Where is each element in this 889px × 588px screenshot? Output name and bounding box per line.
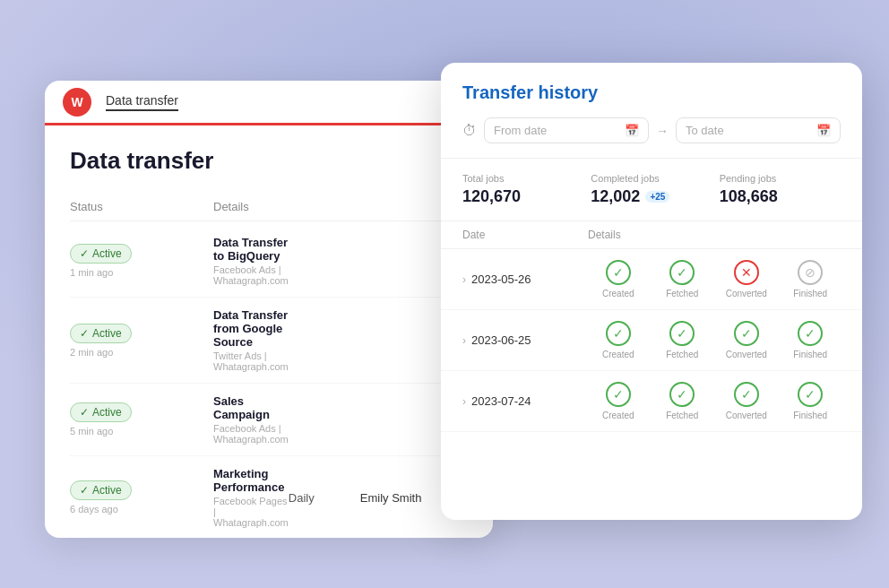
check-icon: ✓ bbox=[80, 406, 89, 419]
status-col: ✓ Active 1 min ago bbox=[70, 244, 213, 278]
total-jobs-stat: Total jobs 120,670 bbox=[462, 173, 583, 206]
table-row: ✓ Active 2 min ago Data Transfer from Go… bbox=[70, 298, 468, 384]
converted-status: ✓ Converted bbox=[716, 321, 777, 359]
converted-label: Converted bbox=[726, 350, 767, 359]
created-label: Created bbox=[602, 350, 634, 359]
finished-status: ✓ Finished bbox=[781, 382, 842, 420]
to-date-placeholder: To date bbox=[686, 124, 724, 137]
history-date-col: › 2023-07-24 bbox=[462, 394, 588, 408]
history-header: Transfer history ⏱ From date 📅 → To date… bbox=[441, 63, 862, 159]
status-badge: ✓ Active bbox=[70, 402, 132, 422]
fetched-status: ✓ Fetched bbox=[652, 382, 713, 420]
status-col: ✓ Active 2 min ago bbox=[70, 324, 213, 358]
created-icon: ✓ bbox=[606, 382, 631, 407]
detail-col: Sales Campaign Facebook Ads | Whatagraph… bbox=[213, 394, 289, 445]
finished-status: ✓ Finished bbox=[781, 321, 842, 359]
history-row: › 2023-06-25 ✓ Created ✓ Fetched ✓ Conve… bbox=[441, 310, 862, 371]
detail-col: Marketing Performance Facebook Pages | W… bbox=[213, 467, 289, 528]
status-icons-row: ✓ Created ✓ Fetched ✓ Converted ✓ Finish… bbox=[588, 382, 841, 420]
finished-status: ⊘ Finished bbox=[781, 260, 842, 298]
status-badge: ✓ Active bbox=[70, 480, 132, 500]
col-header-status: Status bbox=[70, 200, 213, 213]
status-time: 6 days ago bbox=[70, 504, 118, 514]
total-jobs-label: Total jobs bbox=[462, 173, 583, 184]
fetched-status: ✓ Fetched bbox=[652, 260, 713, 298]
pending-jobs-value-row: 108,668 bbox=[720, 187, 841, 206]
fetched-label: Fetched bbox=[666, 289, 698, 298]
main-panel: W Data transfer Data transfer Status Det… bbox=[45, 81, 493, 538]
finished-icon: ⊘ bbox=[798, 260, 823, 285]
created-status: ✓ Created bbox=[588, 382, 649, 420]
fetched-status: ✓ Fetched bbox=[652, 321, 713, 359]
completed-jobs-label: Completed jobs bbox=[591, 173, 712, 184]
calendar-icon: 📅 bbox=[816, 124, 831, 137]
status-time: 2 min ago bbox=[70, 347, 113, 358]
detail-title: Sales Campaign bbox=[213, 394, 289, 421]
stats-row: Total jobs 120,670 Completed jobs 12,002… bbox=[441, 159, 862, 221]
created-label: Created bbox=[602, 411, 634, 420]
detail-col: Data Transfer to BigQuery Facebook Ads |… bbox=[213, 236, 289, 286]
from-date-placeholder: From date bbox=[494, 124, 547, 137]
detail-col: Data Transfer from Google Source Twitter… bbox=[213, 308, 289, 372]
status-col: ✓ Active 6 days ago bbox=[70, 480, 213, 514]
table-row: ✓ Active 6 days ago Marketing Performanc… bbox=[70, 456, 468, 538]
history-row: › 2023-07-24 ✓ Created ✓ Fetched ✓ Conve… bbox=[441, 371, 862, 432]
status-icons-row: ✓ Created ✓ Fetched ✕ Converted ⊘ Finish… bbox=[588, 260, 841, 298]
finished-icon: ✓ bbox=[798, 321, 823, 346]
converted-status: ✕ Converted bbox=[716, 260, 777, 298]
status-col: ✓ Active 5 min ago bbox=[70, 402, 213, 437]
history-table-body: › 2023-05-26 ✓ Created ✓ Fetched ✕ Conve… bbox=[441, 249, 862, 432]
detail-title: Marketing Performance bbox=[213, 467, 289, 494]
detail-sub: Facebook Pages | Whatagraph.com bbox=[213, 496, 289, 528]
from-date-input[interactable]: From date 📅 bbox=[484, 117, 649, 143]
history-date-col: › 2023-06-25 bbox=[462, 333, 588, 347]
created-status: ✓ Created bbox=[588, 260, 649, 298]
completed-jobs-stat: Completed jobs 12,002 +25 bbox=[591, 173, 712, 206]
chevron-down-icon[interactable]: › bbox=[462, 273, 466, 286]
page-title: Data transfer bbox=[70, 147, 468, 175]
converted-icon: ✓ bbox=[734, 321, 759, 346]
history-date: 2023-05-26 bbox=[471, 272, 531, 286]
pending-jobs-label: Pending jobs bbox=[720, 173, 841, 184]
history-date: 2023-07-24 bbox=[471, 394, 531, 408]
created-label: Created bbox=[602, 289, 634, 298]
detail-sub: Facebook Ads | Whatagraph.com bbox=[213, 423, 289, 445]
converted-icon: ✓ bbox=[734, 382, 759, 407]
logo-letter: W bbox=[71, 95, 82, 109]
finished-icon: ✓ bbox=[798, 382, 823, 407]
history-panel: Transfer history ⏱ From date 📅 → To date… bbox=[441, 63, 862, 520]
frequency-label: Daily bbox=[289, 491, 360, 505]
chevron-down-icon[interactable]: › bbox=[462, 395, 466, 408]
converted-status: ✓ Converted bbox=[716, 382, 777, 420]
main-panel-header: W Data transfer bbox=[45, 81, 493, 125]
status-time: 1 min ago bbox=[70, 267, 113, 278]
detail-sub: Twitter Ads | Whatagraph.com bbox=[213, 350, 289, 372]
status-icons-row: ✓ Created ✓ Fetched ✓ Converted ✓ Finish… bbox=[588, 321, 841, 359]
table-header: Status Details bbox=[70, 193, 468, 221]
finished-label: Finished bbox=[793, 411, 827, 420]
arrow-right-icon: → bbox=[656, 124, 669, 138]
chevron-down-icon[interactable]: › bbox=[462, 334, 466, 347]
check-icon: ✓ bbox=[80, 484, 89, 497]
table-row: ✓ Active 5 min ago Sales Campaign Facebo… bbox=[70, 384, 468, 456]
details-col-header: Details bbox=[588, 229, 841, 241]
nav-tab-data-transfer[interactable]: Data transfer bbox=[106, 93, 178, 111]
to-date-input[interactable]: To date 📅 bbox=[676, 117, 841, 143]
created-icon: ✓ bbox=[606, 321, 631, 346]
date-filter-row: ⏱ From date 📅 → To date 📅 bbox=[462, 117, 841, 143]
converted-label: Converted bbox=[726, 289, 767, 298]
history-date-col: › 2023-05-26 bbox=[462, 272, 588, 286]
clock-icon: ⏱ bbox=[462, 123, 477, 139]
status-time: 5 min ago bbox=[70, 426, 113, 437]
completed-jobs-value: 12,002 bbox=[591, 187, 640, 206]
history-title: Transfer history bbox=[462, 82, 841, 103]
calendar-icon: 📅 bbox=[625, 124, 639, 137]
created-icon: ✓ bbox=[606, 260, 631, 285]
finished-label: Finished bbox=[793, 289, 827, 298]
fetched-label: Fetched bbox=[666, 350, 698, 359]
converted-icon: ✕ bbox=[734, 260, 759, 285]
completed-jobs-badge: +25 bbox=[645, 191, 669, 203]
pending-jobs-value: 108,668 bbox=[720, 187, 778, 206]
check-icon: ✓ bbox=[80, 327, 89, 340]
status-badge: ✓ Active bbox=[70, 324, 132, 343]
